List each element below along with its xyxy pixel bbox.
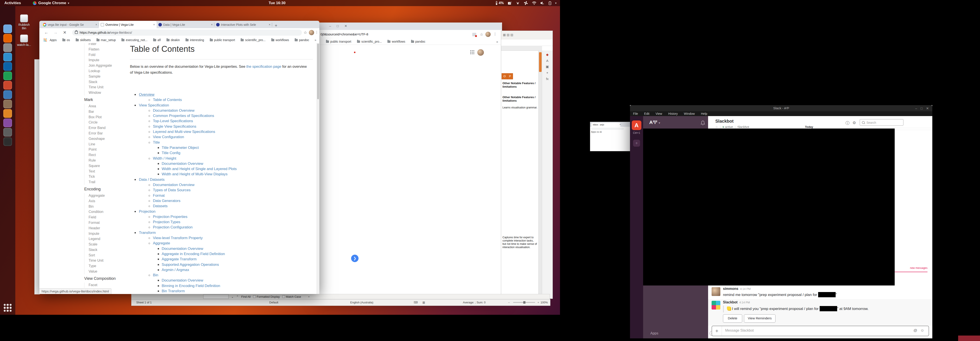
- emoji-icon[interactable]: ☺: [921, 328, 924, 333]
- menu-dots-icon[interactable]: ⋮: [493, 32, 497, 36]
- forward-icon[interactable]: →: [53, 28, 57, 37]
- sidebar-item-tick[interactable]: Tick: [89, 174, 125, 179]
- toc-link-supported-aggregation-operations[interactable]: Supported Aggregation Operations: [162, 263, 219, 267]
- dock-icon-software[interactable]: [3, 119, 12, 127]
- toc-link-projection-properties[interactable]: Projection Properties: [153, 215, 188, 219]
- avatar[interactable]: [711, 287, 720, 296]
- sidebar-item-header[interactable]: Header: [89, 225, 125, 231]
- message-time[interactable]: 4:14 PM: [740, 287, 751, 290]
- translate-icon[interactable]: [472, 33, 476, 36]
- bookmark-executing-not-[interactable]: executing_not...: [121, 38, 148, 42]
- toc-link-common-properties-of-specifications[interactable]: Common Properties of Specifications: [153, 114, 214, 118]
- bookmarks-overflow[interactable]: »: [315, 38, 316, 42]
- dock-icon-calc[interactable]: [3, 71, 12, 80]
- mini-chrome-window[interactable]: inbox - anjo + Apps os sk: [590, 122, 632, 151]
- dock-icon-chromium[interactable]: [3, 24, 12, 33]
- calc-cell-text[interactable]: Learns visualisation grammar.: [503, 106, 538, 109]
- bookmark-mac-setup[interactable]: mac_setup: [97, 38, 116, 42]
- slack-tray-icon[interactable]: [524, 1, 528, 5]
- toc-link-single-view-specifications[interactable]: Single View Specifications: [153, 124, 196, 128]
- bookmark-interesting[interactable]: interesting: [186, 38, 204, 42]
- toc-link-overview[interactable]: Overview: [139, 92, 154, 97]
- menu-help[interactable]: Help: [701, 112, 707, 116]
- sidebar-item-rule[interactable]: Rule: [89, 158, 125, 163]
- properties-icon[interactable]: ◆: [542, 53, 552, 57]
- dock-icon-rhythmbox[interactable]: [3, 53, 12, 62]
- new-tab-button[interactable]: +: [275, 23, 277, 28]
- calc-window-fragment[interactable]: ▦ ▧ ▨ O P Other Notable Features / limit…: [501, 30, 553, 299]
- chrome-window-background[interactable]: – □ ✕ 0j9&sourceid=chrome&ie=UTF-8 ☆ ⋮ p…: [317, 22, 502, 298]
- sidebar-item-window[interactable]: Window: [89, 90, 125, 95]
- delete-button[interactable]: Delete: [723, 314, 742, 323]
- toc-link-projection-types[interactable]: Projection Types: [153, 220, 180, 224]
- calc-cell-text[interactable]: Other Notable Features / limitations: [503, 95, 538, 103]
- bookmark-os[interactable]: os: [62, 38, 70, 42]
- message-author[interactable]: Slackbot: [723, 300, 738, 304]
- close-tab-icon[interactable]: ×: [95, 23, 97, 26]
- minimize-button[interactable]: –: [329, 24, 331, 28]
- toc-link-width-and-height-of-single-and-layered-plots[interactable]: Width and Height of Single and Layered P…: [162, 167, 237, 171]
- toc-link-title[interactable]: Title: [153, 140, 160, 144]
- language-indicator[interactable]: English (Australia): [350, 301, 374, 304]
- sidebar-item-lookup[interactable]: Lookup: [89, 68, 125, 74]
- double-chevron-icon[interactable]: [516, 1, 520, 5]
- close-tab-icon[interactable]: ×: [269, 23, 270, 26]
- toc-link-width-and-height-of-multi-view-displays[interactable]: Width and Height of Multi-View Displays: [162, 172, 228, 176]
- calc-selected-cell[interactable]: P: [507, 73, 513, 79]
- message-author[interactable]: simmons: [723, 287, 738, 290]
- close-button[interactable]: ✕: [344, 24, 347, 28]
- styles-icon[interactable]: A: [542, 59, 552, 62]
- toc-link-documentation-overview[interactable]: Documentation Overview: [153, 108, 194, 113]
- sidebar-item-square[interactable]: Square: [89, 163, 125, 169]
- menu-file[interactable]: File: [633, 112, 638, 116]
- mention-icon[interactable]: @: [913, 328, 917, 333]
- channel-name[interactable]: Slackbot: [715, 119, 733, 124]
- sidebar-item-filter[interactable]: Filter: [89, 43, 125, 47]
- bookmark-star-icon[interactable]: ☆: [304, 30, 307, 35]
- zoom-in-icon[interactable]: +: [538, 301, 539, 304]
- sidebar-item-error-band[interactable]: Error Band: [89, 125, 125, 131]
- sidebar-item-point[interactable]: Point: [89, 147, 125, 152]
- sidebar-item-aggregate[interactable]: Aggregate: [89, 193, 125, 198]
- toc-link-projection[interactable]: Projection: [139, 209, 156, 214]
- maximize-button[interactable]: □: [337, 24, 339, 28]
- sidebar-item-trail[interactable]: Trail: [89, 179, 125, 185]
- google-profile-avatar[interactable]: [477, 49, 484, 56]
- window-controls[interactable]: – □ ✕: [329, 24, 347, 28]
- calc-cell-text[interactable]: Captures time for expert to complete int…: [503, 236, 538, 249]
- close-find-icon[interactable]: ×: [308, 295, 310, 298]
- toc-link-projection-configuration[interactable]: Projection Configuration: [153, 225, 192, 229]
- sidebar-item-box-plot[interactable]: Box Plot: [89, 114, 125, 120]
- calc-scrollbar[interactable]: [538, 51, 542, 298]
- sidebar-item-type[interactable]: Type: [89, 263, 125, 269]
- sidebar-item-rect[interactable]: Rect: [89, 152, 125, 158]
- toc-link-view-specification[interactable]: View Specification: [139, 103, 169, 107]
- view-reminders-button[interactable]: View Reminders: [744, 314, 775, 323]
- bookmark-workflows[interactable]: workflows: [387, 40, 405, 43]
- close-tab-icon[interactable]: ×: [211, 23, 213, 26]
- desktop-item-file[interactable]: watch-la...: [17, 35, 31, 46]
- find-prev-icon[interactable]: ⌃: [236, 295, 239, 298]
- tab-data-vega-lite[interactable]: Data | Vega-Lite×: [157, 21, 215, 28]
- toc-link-aggregate-in-encoding-field-definition[interactable]: Aggregate in Encoding Field Definition: [162, 252, 225, 256]
- sidebar-item-error-bar[interactable]: Error Bar: [89, 131, 125, 136]
- toc-link-aggregate[interactable]: Aggregate: [153, 241, 170, 245]
- show-applications-icon[interactable]: [4, 304, 11, 312]
- sheet-indicator[interactable]: Sheet 1 of 1: [136, 301, 151, 304]
- star-icon[interactable]: ☆: [715, 125, 718, 129]
- tab-vega-lite-input-google-se[interactable]: vega lite input - Google Se×: [41, 21, 99, 28]
- sidebar-item-area[interactable]: Area: [89, 104, 125, 109]
- sidebar-item-sort[interactable]: Sort: [89, 253, 125, 258]
- slack-window[interactable]: Slack - A²l² – □ ✕ FileEditViewHistoryWi…: [630, 105, 932, 338]
- sidebar-item-time-unit[interactable]: Time Unit: [89, 258, 125, 263]
- wifi-icon[interactable]: [532, 2, 536, 5]
- dock-icon-vlc[interactable]: [3, 109, 12, 118]
- sidebar-item-geoshape[interactable]: Geoshape: [89, 136, 125, 142]
- sidebar-apps-label[interactable]: Apps: [650, 331, 658, 335]
- tab-interactive-plots-with-sele[interactable]: Interactive Plots with Sele×: [215, 21, 272, 28]
- menu-history[interactable]: History: [668, 112, 678, 116]
- page-style[interactable]: Default: [269, 301, 278, 304]
- notes-icon[interactable]: [508, 1, 512, 5]
- today-divider-label[interactable]: Today: [803, 125, 815, 128]
- functions-icon[interactable]: fx: [542, 77, 552, 81]
